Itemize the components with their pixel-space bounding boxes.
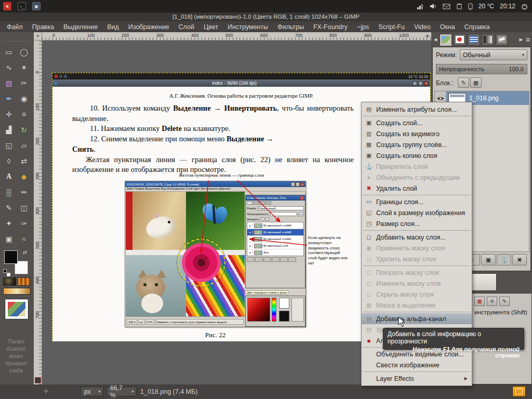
tool-rectangle-select[interactable]: ▭ [2,45,16,59]
active-gradient-swatch[interactable] [3,288,31,295]
tab-brushes[interactable] [454,34,466,46]
duplicate-layer-button[interactable]: ▣ [481,254,496,265]
menu-item-layer-boundary-size[interactable]: ▭Границы слоя... [362,196,472,207]
swap-colors-icon[interactable]: ⇄ [23,249,27,255]
menu-fx-foundry[interactable]: FX-Foundry [309,23,352,31]
menu-edit[interactable]: Правка [28,23,59,31]
app-launcher-icon[interactable]: ▣ [32,2,41,10]
tool-shear[interactable]: ▱ [17,138,31,153]
menu-item-apply-layer-mask[interactable]: ◼Применить маску слоя [362,243,472,254]
menu-select[interactable]: Выделение [59,23,102,31]
menu-windows[interactable]: Окна [435,23,460,31]
temperature-indicator[interactable]: 20 °C [478,3,494,10]
menu-jps[interactable]: ~jps [352,23,374,31]
network-signal-icon[interactable] [417,3,424,9]
menu-image[interactable]: Изображение [124,23,174,31]
menu-item-duplicate-layer[interactable]: ▣Создать копию слоя [362,150,472,161]
ruler-corner-button[interactable]: ✛ [34,32,42,41]
tool-gradient[interactable]: ▒ [2,185,16,200]
toolbox-handle[interactable] [2,34,31,42]
pattern-preview-swatch[interactable] [470,273,497,291]
lock-pixels-button[interactable]: ✎ [458,77,469,88]
menu-item-disable-layer-mask[interactable]: ◻Скрыть маску слоя [362,289,472,300]
menu-item-delete-layer-mask[interactable]: ◻Удалить маску слоя [362,254,472,264]
tool-text[interactable]: A [2,169,16,184]
volume-icon[interactable] [430,3,437,9]
x-logo-icon[interactable]: × [3,2,11,10]
menu-item-layer-effects[interactable]: Layer Effects▶ [362,373,472,384]
tool-eraser[interactable]: ◫ [17,201,31,215]
navigation-preview-button[interactable] [512,386,526,397]
opacity-slider[interactable]: Непрозрачность 100.0 [436,64,527,74]
quick-mask-toggle[interactable] [35,377,41,383]
tool-select-by-color[interactable]: ▧ [2,76,16,90]
menu-view[interactable]: Вид [102,23,124,31]
layer-mode-select[interactable]: Обычный ▼ [460,49,527,60]
menu-item-edit-layer-mask[interactable]: ◻Изменить маску слоя [362,278,472,289]
menu-file[interactable]: Файл [2,23,28,31]
horizontal-ruler[interactable]: 0 100 200 300 400 500 600 700 800 900 10… [42,32,431,41]
tool-perspective[interactable]: ◊ [2,154,16,168]
delete-layer-button[interactable]: ✖ [512,254,527,265]
menu-item-new-from-visible[interactable]: ▥Создать из видимого [362,128,472,139]
tool-paintbrush[interactable]: ✎ [2,201,16,215]
clock[interactable]: 20:12 [500,3,515,10]
tool-rotate[interactable]: ↻ [17,123,31,137]
tool-bucket-fill[interactable]: ◆ [17,169,31,184]
tool-clone[interactable]: ▣ [2,232,16,246]
menu-item-delete-layer[interactable]: ✖Удалить слой [362,183,472,194]
active-brush-swatch[interactable] [3,277,16,286]
foreground-color-swatch[interactable] [4,250,18,264]
phone-icon[interactable] [468,3,473,10]
tool-smudge[interactable]: ≈ [17,232,31,246]
active-pattern-swatch[interactable] [18,277,31,286]
menu-filters[interactable]: Фильтры [273,23,309,31]
power-icon[interactable] [521,3,528,10]
tool-paths[interactable]: ✒ [2,91,16,106]
menu-item-new-layer-group[interactable]: ▦Создать группу слоёв... [362,139,472,150]
menu-layer[interactable]: Слой [174,23,199,31]
tool-fuzzy-select[interactable]: ✶ [17,60,31,75]
menu-video[interactable]: Video [409,23,435,31]
move-mode-path-button[interactable]: ✎ [499,297,510,306]
menu-script-fu[interactable]: Script-Fu [374,23,409,31]
menu-item-add-alpha-channel[interactable]: ▨Добавить альфа-канал [362,313,472,324]
default-colors-icon[interactable] [3,269,9,275]
tool-scale[interactable]: ◱ [2,138,16,153]
terminal-icon[interactable]: >_ [18,2,26,10]
lock-alpha-button[interactable]: ▦ [470,77,482,88]
menu-item-merge-down[interactable]: ▼Объединить с предыдущим [362,172,472,183]
move-mode-selection-button[interactable]: ✛ [487,297,497,306]
move-mode-layer-button[interactable]: ▦ [474,297,485,306]
tab-fonts[interactable] [496,34,508,46]
menu-item-mask-to-selection[interactable]: ▦Маска в выделение [362,300,472,311]
tab-next-icon[interactable]: ▶ [518,37,524,42]
unit-select[interactable]: px ▼ [81,387,103,396]
menu-item-show-layer-mask[interactable]: ◻Показать маску слоя [362,267,472,278]
tool-ellipse-select[interactable]: ◯ [17,45,31,59]
tool-align[interactable]: ≡ [17,107,31,122]
anchor-layer-button[interactable]: ⚓ [497,254,511,265]
clipboard-icon[interactable] [456,3,462,9]
menu-help[interactable]: Справка [460,23,495,31]
tool-free-select[interactable]: ∿ [2,60,16,75]
tool-move[interactable]: ✛ [2,107,16,122]
mail-icon[interactable] [443,4,450,9]
tool-ink[interactable]: ✑ [17,216,31,231]
menu-item-layer-to-image-size[interactable]: ◱Слой к размеру изображения [362,207,472,218]
tool-flip[interactable]: ⇄ [17,154,31,168]
tool-airbrush[interactable]: ✦ [2,216,16,231]
zoom-fit-corner-button[interactable]: ✛ [424,33,431,39]
menu-item-add-layer-mask[interactable]: ◻Добавить маску слоя... [362,232,472,243]
tool-color-picker[interactable]: ◉ [17,91,31,106]
menu-item-scale-layer[interactable]: ◳Размер слоя... [362,218,472,229]
pan-icon[interactable]: ✛ [44,388,49,395]
menu-colors[interactable]: Цвет [199,23,223,31]
tab-layers-image[interactable] [440,34,452,46]
vertical-ruler[interactable]: 0 100 200 300 400 500 600 700 [34,41,42,384]
tab-gradients[interactable] [482,34,494,46]
open-image-thumbnail[interactable] [5,299,28,319]
tool-pencil[interactable]: ✏ [17,185,31,200]
menu-item-flatten-image[interactable]: Свести изображение [362,360,472,370]
tool-scissors-select[interactable]: ✂ [17,76,31,90]
